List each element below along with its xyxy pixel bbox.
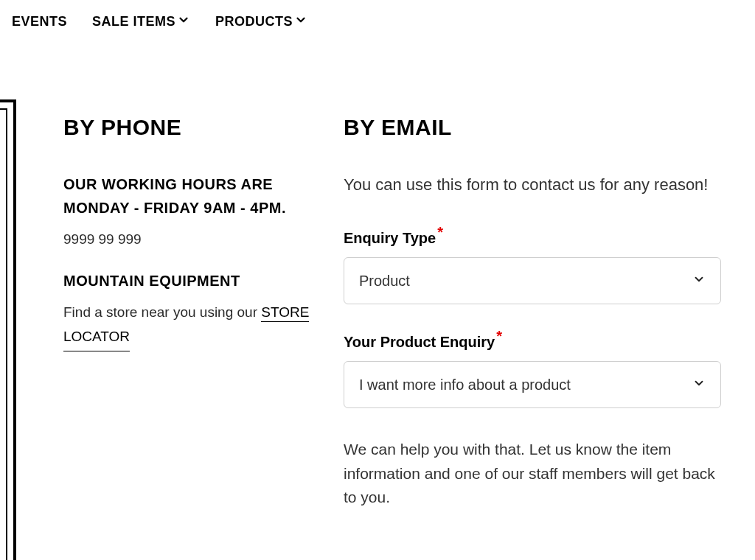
nav-events[interactable]: EVENTS: [12, 14, 67, 29]
nav-products[interactable]: PRODUCTS: [215, 13, 307, 30]
enquiry-type-value: Product: [359, 273, 410, 290]
store-locator-pre: Find a store near you using our: [63, 304, 261, 320]
enquiry-type-label: Enquiry Type*: [344, 230, 443, 247]
product-enquiry-field: Your Product Enquiry* I want more info a…: [344, 334, 721, 408]
product-help-text: We can help you with that. Let us know t…: [344, 438, 721, 510]
side-frame: [0, 99, 16, 560]
side-frame-inner: [0, 108, 7, 560]
nav-products-label: PRODUCTS: [215, 14, 293, 29]
brand-heading: MOUNTAIN EQUIPMENT: [63, 273, 314, 290]
enquiry-type-field: Enquiry Type* Product: [344, 230, 721, 304]
chevron-down-icon: [692, 273, 706, 290]
product-enquiry-label-text: Your Product Enquiry: [344, 334, 495, 350]
store-locator-text: Find a store near you using our STORE LO…: [63, 301, 314, 351]
by-phone-title: BY PHONE: [63, 115, 314, 140]
nav-events-label: EVENTS: [12, 14, 67, 29]
required-asterisk: *: [437, 224, 443, 240]
nav-sale-items[interactable]: SALE ITEMS: [92, 13, 190, 30]
chevron-down-icon: [294, 13, 307, 30]
enquiry-type-select[interactable]: Product: [344, 257, 721, 304]
by-email-section: BY EMAIL You can use this form to contac…: [344, 115, 721, 510]
email-intro: You can use this form to contact us for …: [344, 172, 721, 197]
nav-sale-label: SALE ITEMS: [92, 14, 175, 29]
chevron-down-icon: [177, 13, 190, 30]
product-enquiry-value: I want more info about a product: [359, 377, 571, 393]
store-locator-link-line1[interactable]: STORE: [261, 304, 309, 322]
working-hours: OUR WORKING HOURS ARE MONDAY - FRIDAY 9A…: [63, 172, 314, 220]
product-enquiry-label: Your Product Enquiry*: [344, 334, 502, 351]
product-enquiry-select[interactable]: I want more info about a product: [344, 361, 721, 408]
store-locator-link-line2[interactable]: LOCATOR: [63, 329, 130, 346]
main-content: BY PHONE OUR WORKING HOURS ARE MONDAY - …: [63, 115, 721, 510]
by-email-title: BY EMAIL: [344, 115, 721, 140]
enquiry-type-label-text: Enquiry Type: [344, 230, 436, 246]
required-asterisk: *: [496, 328, 502, 344]
by-phone-section: BY PHONE OUR WORKING HOURS ARE MONDAY - …: [63, 115, 314, 510]
top-nav: EVENTS SALE ITEMS PRODUCTS: [0, 0, 755, 30]
phone-number: 9999 99 999: [63, 231, 314, 248]
chevron-down-icon: [692, 377, 706, 393]
